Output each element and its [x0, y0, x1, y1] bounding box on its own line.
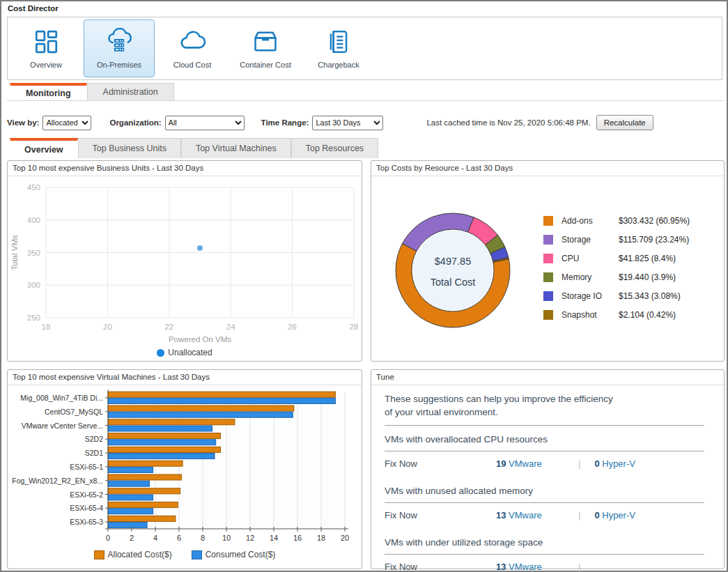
tune-suggestion-heading: VMs with under utilized storage space: [385, 537, 704, 548]
svg-text:Total Cost: Total Cost: [431, 277, 475, 288]
separator: |: [578, 562, 580, 572]
toolbar-item-container-cost[interactable]: Container Cost: [230, 20, 301, 77]
svg-text:VMware vCenter Serve...: VMware vCenter Serve...: [22, 422, 103, 430]
legend-label: Consumed Cost($): [206, 550, 276, 559]
hyperv-label: Hyper-V: [602, 510, 635, 520]
toolbar-item-label: On-Premises: [97, 61, 141, 69]
legend-value: $115.709 (23.24%): [619, 235, 689, 245]
toolbar-item-on-premises[interactable]: On-Premises: [84, 20, 155, 77]
svg-text:350: 350: [27, 249, 40, 257]
tune-fix-row: Fix Now13 VMware|: [385, 562, 704, 572]
svg-text:Mig_008_Win7_4TiB Di...: Mig_008_Win7_4TiB Di...: [20, 394, 103, 402]
legend-label: Unallocated: [168, 348, 212, 357]
hyperv-label: Hyper-V: [602, 458, 635, 469]
svg-text:S2D2: S2D2: [85, 435, 103, 443]
panel-title: Tune: [371, 370, 724, 385]
svg-text:18: 18: [42, 323, 51, 331]
view-by-select[interactable]: Allocated: [42, 116, 91, 130]
fix-now-link[interactable]: Fix Now: [385, 562, 488, 572]
organization-label: Organization:: [109, 118, 161, 127]
legend-label: Storage: [562, 235, 619, 245]
donut-legend: Add-ons$303.432 (60.95%)Storage$115.709 …: [543, 211, 690, 324]
divider: [385, 451, 704, 451]
panel-title: Top 10 most expensive Business Units - L…: [8, 161, 362, 176]
svg-text:ESXi-65-4: ESXi-65-4: [70, 504, 103, 512]
container-cost-box-icon: [251, 28, 279, 56]
panel-tune: Tune These suggestions can help you impr…: [371, 369, 725, 569]
svg-text:24: 24: [226, 323, 235, 331]
svg-text:6: 6: [177, 534, 181, 542]
legend-label: Allocated Cost($): [108, 550, 172, 559]
toolbar-item-label: Chargeback: [318, 61, 359, 69]
svg-text:2: 2: [130, 534, 134, 542]
vmware-count: 13: [496, 510, 506, 520]
bar-chart: Mig_008_Win7_4TiB Di...CentOS7_MySQLVMwa…: [8, 387, 363, 559]
svg-text:ESXi-65-3: ESXi-65-3: [70, 518, 103, 526]
tune-intro-line2: of your virtual environment.: [385, 405, 704, 419]
legend-swatch: [543, 235, 553, 245]
recalculate-button[interactable]: Recalculate: [596, 115, 653, 130]
resource-legend-row-cpu: CPU$41.825 (8.4%): [543, 249, 690, 268]
hyperv-link[interactable]: 0 Hyper-V: [594, 458, 635, 469]
vmware-count: 19: [496, 458, 506, 469]
legend-item-unallocated: Unallocated: [157, 348, 212, 357]
legend-swatch: [543, 254, 553, 263]
page-title: Cost Director: [8, 4, 59, 13]
svg-text:20: 20: [341, 534, 349, 542]
svg-text:Powered On VMs: Powered On VMs: [169, 335, 231, 343]
svg-text:26: 26: [288, 323, 297, 331]
fix-now-link[interactable]: Fix Now: [385, 510, 488, 520]
vmware-label: VMware: [509, 458, 542, 469]
subtab-top-resources[interactable]: Top Resources: [291, 138, 378, 158]
svg-text:20: 20: [103, 323, 112, 331]
main-tabs: MonitoringAdministration: [7, 83, 724, 101]
donut-chart: $497.85Total Cost: [378, 195, 528, 348]
svg-text:$497.85: $497.85: [435, 256, 471, 267]
separator: |: [578, 510, 580, 520]
tune-fix-row: Fix Now19 VMware|0 Hyper-V: [385, 458, 704, 469]
svg-text:12: 12: [246, 534, 254, 542]
toolbar-item-overview[interactable]: Overview: [10, 20, 82, 77]
filter-bar: View by: Allocated Organization: All Tim…: [7, 113, 724, 132]
vmware-link[interactable]: 13 VMware: [496, 562, 578, 572]
resource-legend-row-memory: Memory$19.440 (3.9%): [543, 268, 690, 286]
scatter-legend: Unallocated: [8, 348, 362, 357]
legend-swatch: [94, 550, 104, 559]
panel-costs-by-resource: Top Costs by Resource - Last 30 Days $49…: [371, 160, 725, 362]
divider: [385, 425, 704, 426]
legend-value: $303.432 (60.95%): [619, 216, 690, 226]
panel-business-units: Top 10 most expensive Business Units - L…: [7, 160, 362, 362]
panel-virtual-machines: Top 10 most expensive Virtual Machines -…: [7, 369, 362, 569]
toolbar-item-chargeback[interactable]: Chargeback: [303, 20, 374, 77]
panel-title: Top Costs by Resource - Last 30 Days: [371, 161, 724, 176]
time-range-select[interactable]: Last 30 Days: [312, 116, 383, 130]
subtab-overview[interactable]: Overview: [10, 138, 78, 158]
svg-text:28: 28: [350, 323, 359, 331]
vmware-label: VMware: [509, 562, 542, 572]
subtab-top-business-units[interactable]: Top Business Units: [78, 138, 181, 158]
vmware-link[interactable]: 13 VMware: [496, 510, 578, 520]
toolbar-item-label: Cloud Cost: [173, 61, 211, 69]
svg-text:Total VMs: Total VMs: [10, 235, 19, 270]
legend-label: Snapshot: [562, 310, 619, 320]
hyperv-count: 0: [594, 458, 599, 469]
divider: [385, 502, 704, 503]
hyperv-link[interactable]: 0 Hyper-V: [594, 510, 635, 520]
tab-monitoring[interactable]: Monitoring: [10, 83, 87, 100]
legend-label: Storage IO: [562, 291, 619, 301]
svg-text:S2D1: S2D1: [85, 449, 103, 457]
legend-swatch: [543, 216, 553, 226]
resource-legend-row-storage-io: Storage IO$15.343 (3.08%): [543, 286, 690, 305]
legend-label: CPU: [562, 254, 619, 263]
subtab-top-virtual-machines[interactable]: Top Virtual Machines: [181, 138, 291, 158]
fix-now-link[interactable]: Fix Now: [385, 458, 488, 469]
scatter-chart: 182022242628250300350400450Powered On VM…: [8, 179, 363, 349]
toolbar-item-cloud-cost[interactable]: Cloud Cost: [157, 20, 228, 77]
svg-text:22: 22: [164, 323, 173, 331]
organization-select[interactable]: All: [165, 116, 245, 130]
legend-item-consumed-cost-: Consumed Cost($): [192, 550, 276, 559]
legend-value: $15.343 (3.08%): [619, 291, 681, 301]
resource-legend-row-add-ons: Add-ons$303.432 (60.95%): [543, 211, 690, 230]
vmware-link[interactable]: 19 VMware: [496, 458, 578, 469]
tab-administration[interactable]: Administration: [87, 83, 174, 100]
